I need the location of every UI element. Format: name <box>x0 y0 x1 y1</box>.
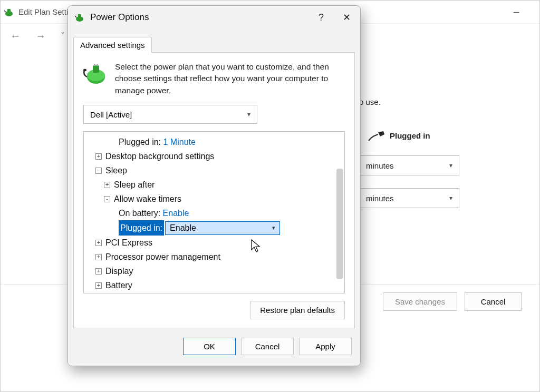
svg-rect-6 <box>93 65 99 73</box>
tree-row-plugged-in-top[interactable]: Plugged in: 1 Minute <box>86 135 343 149</box>
tree-label: Sleep after <box>114 178 155 192</box>
chevron-down-icon: ▾ <box>449 194 452 202</box>
bg-sleep-select-2[interactable]: minutes ▾ <box>359 188 459 208</box>
tree-value-link[interactable]: Enable <box>163 206 189 220</box>
tree-label: Processor power management <box>105 250 220 264</box>
chevron-down-icon: ▾ <box>247 111 250 118</box>
dropdown-value: Enable <box>170 221 196 235</box>
tab-advanced-settings[interactable]: Advanced settings <box>73 37 152 53</box>
wake-timer-plugged-in-dropdown[interactable]: Enable ▾ <box>165 221 280 235</box>
tree-label: Sleep <box>105 163 127 178</box>
expand-plus-icon[interactable]: + <box>95 254 102 260</box>
bg-plugged-in-label: Plugged in <box>390 131 430 140</box>
chevron-up-icon[interactable]: ˅ <box>61 31 65 41</box>
expand-plus-icon[interactable]: + <box>95 153 102 160</box>
bg-sleep-select-1[interactable]: minutes ▾ <box>359 155 459 175</box>
tree-label: Battery <box>105 278 132 292</box>
power-plan-dropdown[interactable]: Dell [Active] ▾ <box>83 105 257 124</box>
expand-plus-icon[interactable]: + <box>95 282 102 289</box>
bg-select-1-value: minutes <box>366 161 394 170</box>
back-arrow-icon[interactable]: ← <box>10 30 21 42</box>
bg-cancel-button[interactable]: Cancel <box>465 292 522 311</box>
chevron-down-icon: ▾ <box>449 162 452 169</box>
dialog-title: Power Options <box>90 12 149 23</box>
settings-tree: Plugged in: 1 Minute + Desktop backgroun… <box>83 131 345 293</box>
tree-row-sleep[interactable]: - Sleep <box>86 163 343 178</box>
tab-panel: Select the power plan that you want to c… <box>73 52 355 328</box>
tree-row-allow-wake-timers[interactable]: - Allow wake timers <box>86 192 343 206</box>
collapse-minus-icon[interactable]: - <box>95 168 102 174</box>
battery-charge-icon <box>4 7 14 17</box>
tree-value-link[interactable]: 1 Minute <box>163 135 196 149</box>
tree-label: On battery: <box>119 206 160 220</box>
tree-row-desktop-background[interactable]: + Desktop background settings <box>86 149 343 163</box>
ok-button[interactable]: OK <box>183 338 236 355</box>
bg-intro-fragment: o use. <box>359 97 518 106</box>
dialog-description: Select the power plan that you want to c… <box>115 61 345 96</box>
collapse-minus-icon[interactable]: - <box>104 196 110 202</box>
svg-point-9 <box>83 69 86 71</box>
chevron-down-icon: ▾ <box>272 221 275 235</box>
minimize-icon[interactable]: ─ <box>510 7 523 16</box>
svg-rect-8 <box>97 64 98 66</box>
cancel-button[interactable]: Cancel <box>241 338 294 355</box>
bg-select-2-value: minutes <box>366 194 394 203</box>
tree-row-plugged-in-selected[interactable]: Plugged in: Enable ▾ <box>86 220 343 236</box>
dialog-titlebar: Power Options ? ✕ <box>68 6 360 29</box>
svg-rect-1 <box>7 9 11 12</box>
svg-rect-3 <box>78 14 81 17</box>
save-changes-button[interactable]: Save changes <box>383 292 457 311</box>
tree-row-battery[interactable]: + Battery <box>86 278 343 292</box>
dialog-button-row: OK Cancel Apply <box>68 328 360 366</box>
expand-plus-icon[interactable]: + <box>95 240 102 246</box>
close-icon[interactable]: ✕ <box>343 12 351 23</box>
tree-label: Plugged in: <box>119 135 161 149</box>
power-plan-value: Dell [Active] <box>90 110 132 119</box>
expand-plus-icon[interactable]: + <box>95 268 102 275</box>
tab-strip: Advanced settings <box>68 29 360 52</box>
tree-label: Display <box>105 264 133 278</box>
plug-icon <box>368 130 385 144</box>
forward-arrow-icon[interactable]: → <box>35 30 46 42</box>
tree-row-on-battery[interactable]: On battery: Enable <box>86 206 343 220</box>
tree-label: Desktop background settings <box>105 149 214 163</box>
help-icon[interactable]: ? <box>319 12 324 23</box>
expand-plus-icon[interactable]: + <box>104 182 110 188</box>
battery-charge-icon <box>74 12 85 23</box>
tree-label: PCI Express <box>105 236 152 250</box>
svg-rect-7 <box>94 64 95 66</box>
scrollbar-thumb[interactable] <box>336 169 343 279</box>
tree-row-sleep-after[interactable]: + Sleep after <box>86 178 343 192</box>
tree-row-processor-power[interactable]: + Processor power management <box>86 250 343 264</box>
tree-row-display[interactable]: + Display <box>86 264 343 278</box>
tree-label: Allow wake timers <box>114 192 181 206</box>
battery-large-icon <box>83 61 108 85</box>
power-options-dialog: Power Options ? ✕ Advanced settings Sele <box>68 5 361 366</box>
restore-plan-defaults-button[interactable]: Restore plan defaults <box>250 301 345 319</box>
apply-button[interactable]: Apply <box>299 338 352 355</box>
tree-row-pci-express[interactable]: + PCI Express <box>86 236 343 250</box>
tree-label-selected: Plugged in: <box>119 220 164 236</box>
